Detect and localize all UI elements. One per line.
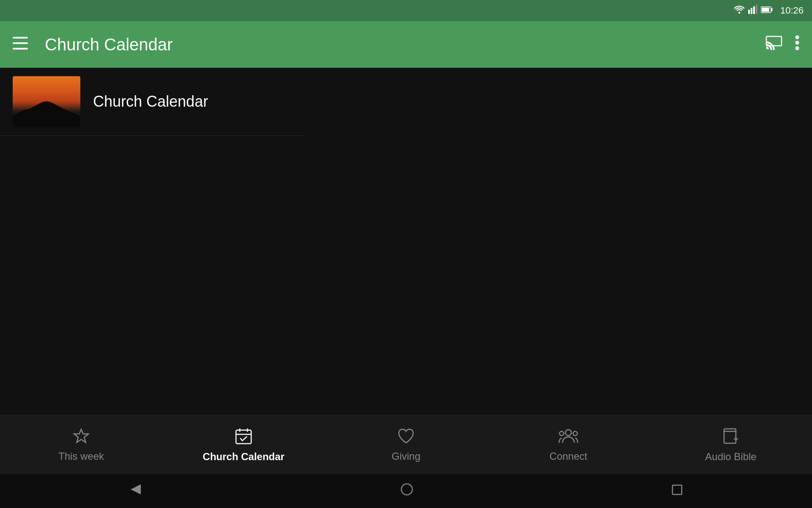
svg-point-14 — [796, 47, 799, 50]
nav-item-connect[interactable]: Connect — [526, 428, 611, 462]
thumbnail-image — [13, 76, 80, 127]
svg-marker-15 — [74, 429, 88, 442]
app-bar-actions — [765, 35, 799, 54]
svg-point-28 — [401, 484, 412, 495]
more-options-icon[interactable] — [795, 35, 799, 54]
nav-label-audio-bible: Audio Bible — [705, 451, 756, 463]
svg-rect-7 — [762, 8, 769, 12]
list-item[interactable]: Church Calendar — [0, 68, 304, 136]
svg-point-13 — [796, 41, 799, 45]
svg-rect-2 — [751, 8, 752, 14]
system-nav — [0, 474, 812, 508]
svg-marker-27 — [131, 484, 141, 494]
svg-rect-10 — [13, 48, 28, 50]
star-icon — [73, 428, 90, 447]
home-button[interactable] — [400, 483, 414, 500]
svg-rect-6 — [771, 8, 772, 11]
hamburger-menu-icon[interactable] — [13, 37, 28, 52]
svg-rect-9 — [13, 42, 28, 44]
wifi-icon — [734, 5, 745, 16]
status-icons: 10:26 — [734, 5, 804, 17]
nav-item-church-calendar[interactable]: Church Calendar — [201, 427, 286, 463]
nav-item-audio-bible[interactable]: Audio Bible — [689, 427, 773, 463]
cast-icon[interactable] — [765, 36, 782, 53]
nav-label-church-calendar: Church Calendar — [203, 451, 284, 463]
main-content: Church Calendar — [0, 68, 812, 415]
nav-item-this-week[interactable]: This week — [39, 428, 123, 462]
svg-point-20 — [565, 430, 571, 436]
svg-rect-3 — [753, 6, 755, 14]
svg-rect-16 — [236, 430, 251, 444]
item-title: Church Calendar — [93, 93, 208, 110]
calendar-check-icon — [235, 427, 252, 447]
svg-rect-1 — [748, 10, 750, 14]
svg-point-0 — [738, 12, 740, 14]
nav-item-giving[interactable]: Giving — [364, 428, 448, 462]
item-thumbnail — [13, 76, 80, 127]
svg-point-12 — [796, 36, 799, 39]
svg-rect-29 — [672, 485, 682, 494]
svg-rect-4 — [756, 5, 757, 14]
nav-label-this-week: This week — [58, 450, 104, 462]
nav-label-connect: Connect — [549, 450, 587, 462]
app-bar: Church Calendar — [0, 21, 812, 68]
status-time: 10:26 — [780, 5, 804, 16]
battery-icon — [761, 5, 773, 16]
nav-label-giving: Giving — [392, 450, 420, 462]
thumbnail-silhouette — [13, 99, 80, 127]
back-button[interactable] — [129, 483, 143, 500]
status-bar: 10:26 — [0, 0, 812, 21]
people-icon — [558, 428, 579, 447]
bottom-nav: This week Church Calendar Giving — [0, 415, 812, 474]
signal-icon — [748, 5, 757, 17]
app-bar-title: Church Calendar — [45, 35, 765, 54]
svg-rect-11 — [766, 36, 782, 46]
heart-icon — [397, 428, 415, 447]
book-plus-icon — [722, 427, 740, 447]
svg-point-22 — [573, 431, 577, 436]
svg-point-21 — [560, 431, 564, 436]
recent-button[interactable] — [671, 483, 683, 499]
svg-rect-8 — [13, 37, 28, 39]
